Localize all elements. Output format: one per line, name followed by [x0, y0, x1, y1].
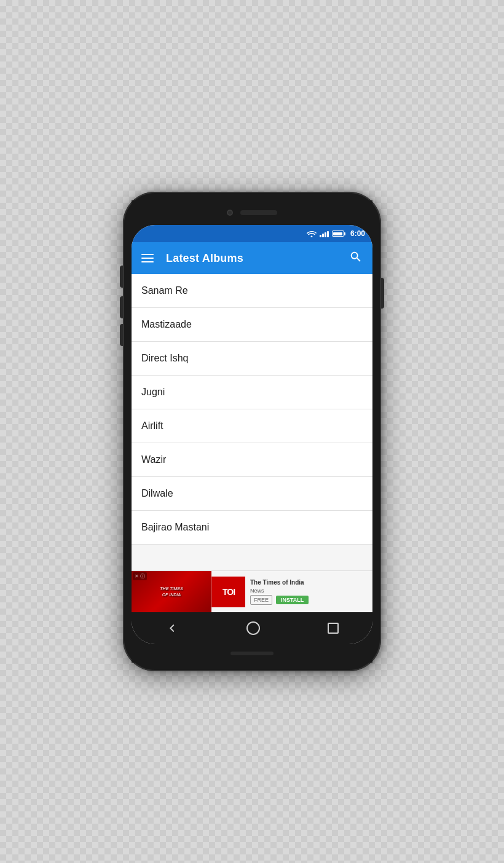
phone-top-bar — [132, 200, 372, 225]
app-bar: Latest Albums — [132, 242, 372, 274]
status-bar: 6:00 — [132, 225, 372, 242]
album-name: Sanam Re — [141, 285, 188, 296]
nav-back-button[interactable] — [165, 621, 179, 635]
phone-bottom-bar — [132, 644, 372, 663]
list-item[interactable]: Bajirao Mastani — [132, 511, 372, 545]
list-item[interactable]: Dilwale — [132, 477, 372, 511]
album-name: Wazir — [141, 454, 166, 465]
album-name: Jugni — [141, 387, 165, 397]
app-bar-title: Latest Albums — [166, 252, 349, 265]
status-time: 6:00 — [350, 229, 365, 238]
search-icon[interactable] — [349, 250, 363, 267]
page-background: 6:00 Latest Albums — [0, 0, 504, 863]
wifi-icon — [307, 230, 317, 237]
ad-free-label: FREE — [250, 595, 272, 605]
ad-close-x[interactable]: ✕ ⓘ — [133, 572, 147, 580]
album-name: Mastizaade — [141, 319, 192, 329]
toi-text: TOI — [222, 587, 235, 597]
ad-action-buttons: FREE INSTALL — [250, 595, 368, 605]
ad-toi-logo: TOI — [211, 577, 245, 607]
ad-banner[interactable]: ✕ ⓘ THE TIMESOF INDIA TOI The Times of I… — [132, 570, 372, 612]
hamburger-menu-icon[interactable] — [141, 254, 154, 262]
list-item[interactable]: Direct Ishq — [132, 342, 372, 376]
ad-headline: THE TIMESOF INDIA — [160, 586, 183, 597]
ad-app-name: The Times of IndiaNews — [250, 578, 368, 595]
battery-icon — [332, 231, 345, 237]
camera — [227, 210, 233, 216]
nav-recents-button[interactable] — [328, 623, 339, 634]
album-name: Airlift — [141, 420, 163, 431]
list-item[interactable]: Sanam Re — [132, 274, 372, 308]
top-speaker — [240, 210, 277, 215]
list-item[interactable]: Wazir — [132, 443, 372, 477]
nav-home-button[interactable] — [246, 621, 260, 635]
album-name: Direct Ishq — [141, 353, 188, 363]
list-item[interactable]: Airlift — [132, 409, 372, 443]
ad-info: The Times of IndiaNews FREE INSTALL — [245, 575, 372, 609]
ad-image-content: THE TIMESOF INDIA — [160, 586, 183, 597]
album-name: Bajirao Mastani — [141, 522, 209, 532]
navigation-bar — [132, 612, 372, 644]
album-list: Sanam Re Mastizaade Direct Ishq Jugni Ai… — [132, 274, 372, 570]
album-name: Dilwale — [141, 488, 173, 498]
signal-icon — [320, 231, 329, 237]
ad-install-button[interactable]: INSTALL — [276, 596, 309, 604]
list-item[interactable]: Jugni — [132, 376, 372, 409]
ad-image: ✕ ⓘ THE TIMESOF INDIA — [132, 571, 211, 613]
list-item[interactable]: Mastizaade — [132, 308, 372, 342]
phone-device: 6:00 Latest Albums — [123, 192, 381, 671]
phone-screen: 6:00 Latest Albums — [132, 225, 372, 644]
bottom-speaker — [230, 652, 274, 655]
status-icons: 6:00 — [307, 229, 365, 238]
